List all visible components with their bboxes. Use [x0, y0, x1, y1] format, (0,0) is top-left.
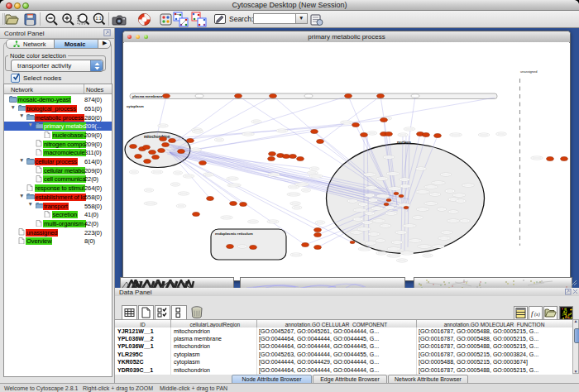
svg-text:endoplasmic reticulum: endoplasmic reticulum: [215, 232, 253, 236]
svg-text:nucleus: nucleus: [397, 141, 412, 145]
svg-text:unassigned: unassigned: [520, 69, 537, 74]
svg-text:(x): (x): [534, 312, 540, 318]
svg-text:plasma membrane: plasma membrane: [132, 94, 163, 98]
svg-text:1:1: 1:1: [96, 16, 102, 21]
svg-text:cytoplasm: cytoplasm: [127, 104, 144, 108]
